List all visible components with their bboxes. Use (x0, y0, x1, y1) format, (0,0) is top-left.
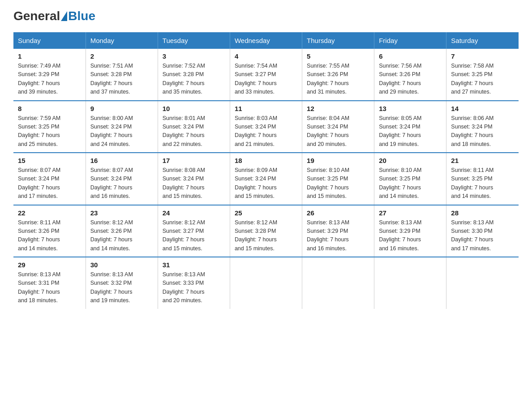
calendar-cell: 2 Sunrise: 7:51 AM Sunset: 3:28 PM Dayli… (86, 49, 158, 101)
calendar-cell: 9 Sunrise: 8:00 AM Sunset: 3:24 PM Dayli… (86, 101, 158, 153)
calendar-cell: 11 Sunrise: 8:03 AM Sunset: 3:24 PM Dayl… (230, 101, 302, 153)
day-number: 8 (18, 105, 81, 112)
calendar-cell: 8 Sunrise: 7:59 AM Sunset: 3:25 PM Dayli… (13, 101, 86, 153)
day-info: Sunrise: 7:59 AM Sunset: 3:25 PM Dayligh… (18, 114, 81, 149)
calendar-cell: 24 Sunrise: 8:12 AM Sunset: 3:27 PM Dayl… (158, 205, 230, 257)
day-info: Sunrise: 8:13 AM Sunset: 3:33 PM Dayligh… (163, 270, 225, 305)
calendar-cell (374, 257, 446, 309)
logo-blue-text: Blue (68, 9, 95, 23)
calendar-cell: 7 Sunrise: 7:58 AM Sunset: 3:25 PM Dayli… (446, 49, 519, 101)
day-number: 2 (90, 52, 153, 60)
logo-triangle-icon (61, 11, 67, 21)
day-number: 24 (163, 209, 225, 217)
day-info: Sunrise: 8:07 AM Sunset: 3:24 PM Dayligh… (18, 166, 81, 201)
header-row: Sunday Monday Tuesday Wednesday Thursday… (13, 32, 519, 49)
day-info: Sunrise: 7:54 AM Sunset: 3:27 PM Dayligh… (235, 62, 297, 97)
col-saturday: Saturday (446, 32, 519, 49)
day-number: 15 (18, 157, 81, 164)
day-number: 25 (235, 209, 297, 217)
day-number: 3 (163, 52, 225, 60)
calendar-cell (446, 257, 519, 309)
calendar-cell: 19 Sunrise: 8:10 AM Sunset: 3:25 PM Dayl… (302, 153, 374, 205)
day-info: Sunrise: 8:11 AM Sunset: 3:25 PM Dayligh… (451, 166, 514, 201)
day-number: 5 (307, 52, 369, 60)
day-number: 14 (451, 105, 514, 112)
calendar-cell: 30 Sunrise: 8:13 AM Sunset: 3:32 PM Dayl… (86, 257, 158, 309)
day-number: 19 (307, 157, 369, 164)
day-number: 29 (18, 261, 81, 269)
day-number: 9 (90, 105, 153, 112)
calendar-week-5: 29 Sunrise: 8:13 AM Sunset: 3:31 PM Dayl… (13, 257, 519, 309)
day-info: Sunrise: 8:00 AM Sunset: 3:24 PM Dayligh… (90, 114, 153, 149)
calendar-cell: 21 Sunrise: 8:11 AM Sunset: 3:25 PM Dayl… (446, 153, 519, 205)
calendar-cell: 22 Sunrise: 8:11 AM Sunset: 3:26 PM Dayl… (13, 205, 86, 257)
day-info: Sunrise: 8:04 AM Sunset: 3:24 PM Dayligh… (307, 114, 369, 149)
calendar-cell: 25 Sunrise: 8:12 AM Sunset: 3:28 PM Dayl… (230, 205, 302, 257)
day-info: Sunrise: 7:49 AM Sunset: 3:29 PM Dayligh… (18, 62, 81, 97)
day-number: 12 (307, 105, 369, 112)
day-info: Sunrise: 8:12 AM Sunset: 3:26 PM Dayligh… (90, 218, 153, 253)
day-info: Sunrise: 8:08 AM Sunset: 3:24 PM Dayligh… (163, 166, 225, 201)
day-number: 27 (379, 209, 442, 217)
day-number: 4 (235, 52, 297, 60)
day-number: 30 (90, 261, 153, 269)
calendar-cell: 1 Sunrise: 7:49 AM Sunset: 3:29 PM Dayli… (13, 49, 86, 101)
page-header: General Blue (13, 9, 519, 23)
day-info: Sunrise: 8:10 AM Sunset: 3:25 PM Dayligh… (307, 166, 369, 201)
calendar-week-3: 15 Sunrise: 8:07 AM Sunset: 3:24 PM Dayl… (13, 153, 519, 205)
day-number: 16 (90, 157, 153, 164)
day-info: Sunrise: 8:07 AM Sunset: 3:24 PM Dayligh… (90, 166, 153, 201)
day-number: 1 (18, 52, 81, 60)
calendar-week-1: 1 Sunrise: 7:49 AM Sunset: 3:29 PM Dayli… (13, 49, 519, 101)
day-number: 11 (235, 105, 297, 112)
calendar-cell: 15 Sunrise: 8:07 AM Sunset: 3:24 PM Dayl… (13, 153, 86, 205)
calendar-table: Sunday Monday Tuesday Wednesday Thursday… (13, 32, 519, 309)
day-number: 10 (163, 105, 225, 112)
logo: General Blue (13, 9, 95, 23)
day-number: 20 (379, 157, 442, 164)
day-info: Sunrise: 7:55 AM Sunset: 3:26 PM Dayligh… (307, 62, 369, 97)
calendar-cell: 31 Sunrise: 8:13 AM Sunset: 3:33 PM Dayl… (158, 257, 230, 309)
calendar-cell: 27 Sunrise: 8:13 AM Sunset: 3:29 PM Dayl… (374, 205, 446, 257)
calendar-cell: 29 Sunrise: 8:13 AM Sunset: 3:31 PM Dayl… (13, 257, 86, 309)
day-info: Sunrise: 8:09 AM Sunset: 3:24 PM Dayligh… (235, 166, 297, 201)
day-number: 7 (451, 52, 514, 60)
col-monday: Monday (86, 32, 158, 49)
day-info: Sunrise: 8:13 AM Sunset: 3:32 PM Dayligh… (90, 270, 153, 305)
calendar-cell: 5 Sunrise: 7:55 AM Sunset: 3:26 PM Dayli… (302, 49, 374, 101)
calendar-cell: 10 Sunrise: 8:01 AM Sunset: 3:24 PM Dayl… (158, 101, 230, 153)
day-number: 13 (379, 105, 442, 112)
day-info: Sunrise: 8:13 AM Sunset: 3:29 PM Dayligh… (307, 218, 369, 253)
calendar-cell: 18 Sunrise: 8:09 AM Sunset: 3:24 PM Dayl… (230, 153, 302, 205)
day-info: Sunrise: 8:12 AM Sunset: 3:27 PM Dayligh… (163, 218, 225, 253)
col-thursday: Thursday (302, 32, 374, 49)
day-number: 31 (163, 261, 225, 269)
calendar-cell: 4 Sunrise: 7:54 AM Sunset: 3:27 PM Dayli… (230, 49, 302, 101)
calendar-cell: 14 Sunrise: 8:06 AM Sunset: 3:24 PM Dayl… (446, 101, 519, 153)
calendar-cell: 17 Sunrise: 8:08 AM Sunset: 3:24 PM Dayl… (158, 153, 230, 205)
day-number: 6 (379, 52, 442, 60)
day-number: 22 (18, 209, 81, 217)
calendar-cell: 28 Sunrise: 8:13 AM Sunset: 3:30 PM Dayl… (446, 205, 519, 257)
day-number: 28 (451, 209, 514, 217)
day-number: 21 (451, 157, 514, 164)
day-number: 18 (235, 157, 297, 164)
calendar-week-4: 22 Sunrise: 8:11 AM Sunset: 3:26 PM Dayl… (13, 205, 519, 257)
day-number: 26 (307, 209, 369, 217)
calendar-cell: 16 Sunrise: 8:07 AM Sunset: 3:24 PM Dayl… (86, 153, 158, 205)
day-number: 17 (163, 157, 225, 164)
day-info: Sunrise: 7:58 AM Sunset: 3:25 PM Dayligh… (451, 62, 514, 97)
calendar-cell: 20 Sunrise: 8:10 AM Sunset: 3:25 PM Dayl… (374, 153, 446, 205)
day-info: Sunrise: 8:05 AM Sunset: 3:24 PM Dayligh… (379, 114, 442, 149)
calendar-cell: 3 Sunrise: 7:52 AM Sunset: 3:28 PM Dayli… (158, 49, 230, 101)
col-tuesday: Tuesday (158, 32, 230, 49)
day-info: Sunrise: 7:51 AM Sunset: 3:28 PM Dayligh… (90, 62, 153, 97)
calendar-cell: 13 Sunrise: 8:05 AM Sunset: 3:24 PM Dayl… (374, 101, 446, 153)
calendar-cell (230, 257, 302, 309)
day-info: Sunrise: 8:13 AM Sunset: 3:30 PM Dayligh… (451, 218, 514, 253)
logo-general-text: General (13, 9, 60, 23)
calendar-cell: 26 Sunrise: 8:13 AM Sunset: 3:29 PM Dayl… (302, 205, 374, 257)
day-info: Sunrise: 8:06 AM Sunset: 3:24 PM Dayligh… (451, 114, 514, 149)
day-info: Sunrise: 8:13 AM Sunset: 3:29 PM Dayligh… (379, 218, 442, 253)
calendar-cell: 12 Sunrise: 8:04 AM Sunset: 3:24 PM Dayl… (302, 101, 374, 153)
